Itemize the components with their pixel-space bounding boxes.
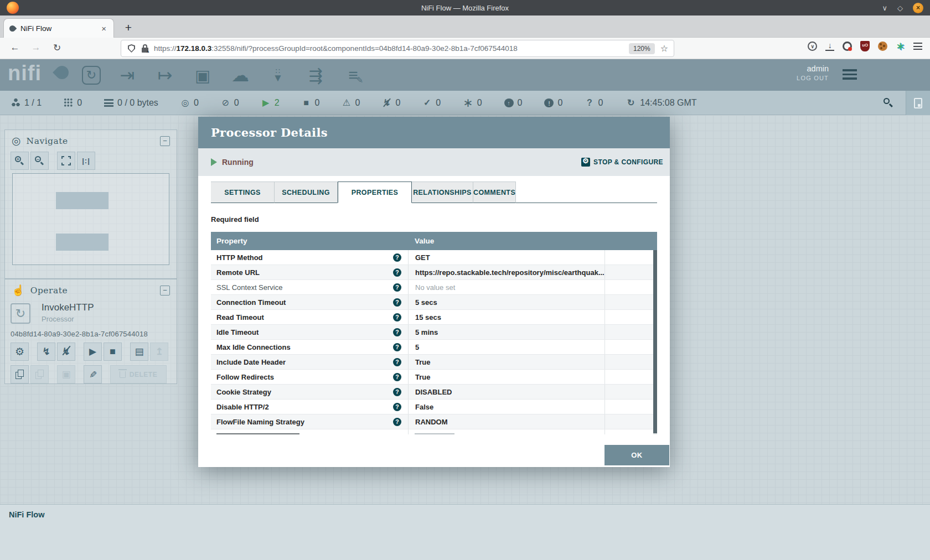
browser-menu-icon[interactable]: [913, 43, 922, 50]
permission-blocked-icon[interactable]: [843, 42, 852, 51]
dialog-title: Processor Details: [211, 126, 328, 139]
dialog-tab[interactable]: SCHEDULING: [275, 182, 338, 203]
input-port-icon[interactable]: [116, 64, 138, 86]
logout-link[interactable]: LOG OUT: [797, 75, 829, 81]
connection-lock-icon[interactable]: ▲: [142, 44, 148, 53]
component-toolbar: [82, 64, 364, 87]
forward-button[interactable]: →: [29, 42, 43, 53]
help-icon[interactable]: ?: [393, 373, 401, 381]
nifi-drop-icon: [53, 63, 71, 82]
start-button[interactable]: [84, 343, 102, 361]
window-minimize-button[interactable]: ∨: [882, 4, 887, 12]
property-value: 5: [408, 340, 604, 354]
status-item: 0: [64, 98, 82, 108]
save-template-icon: [135, 346, 143, 357]
group-button[interactable]: [57, 365, 75, 383]
collapse-navigate-button[interactable]: −: [160, 136, 170, 146]
property-row: Remote URL? https://repo.stackable.tech/…: [211, 265, 657, 280]
funnel-icon[interactable]: [267, 64, 289, 86]
property-value: False: [408, 400, 604, 414]
help-icon[interactable]: ?: [393, 328, 401, 336]
refresh-icon[interactable]: [626, 98, 636, 107]
back-button[interactable]: ←: [8, 42, 22, 53]
property-value: 5 secs: [408, 295, 604, 309]
properties-table-body: HTTP Method? GET Remote URL? https://rep…: [211, 250, 657, 434]
stop-and-configure-button[interactable]: STOP & CONFIGURE: [581, 158, 663, 167]
fill-color-button[interactable]: [84, 365, 102, 383]
firefox-logo-icon: [7, 2, 19, 14]
help-icon[interactable]: ?: [393, 343, 401, 351]
help-icon[interactable]: ?: [393, 253, 401, 262]
birdseye-map[interactable]: [12, 173, 169, 265]
collapse-operate-button[interactable]: −: [160, 286, 170, 295]
processor-icon[interactable]: [82, 66, 101, 85]
search-icon[interactable]: [884, 98, 893, 108]
sync-failure-icon: [585, 98, 594, 107]
url-bar[interactable]: ▲ https://172.18.0.3:32558/nifi/?process…: [121, 40, 674, 57]
status-item: 0: [302, 98, 320, 108]
help-icon[interactable]: ?: [393, 268, 401, 277]
delete-button[interactable]: DELETE: [110, 365, 167, 383]
enable-button[interactable]: [37, 343, 55, 361]
process-group-icon[interactable]: [192, 64, 214, 86]
status-item: 0: [180, 98, 199, 108]
help-icon[interactable]: ?: [393, 388, 401, 396]
browser-navbar: ← → ↻ ▲ https://172.18.0.3:32558/nifi/?p…: [0, 38, 930, 59]
extension-asterisk-icon[interactable]: ∗: [896, 42, 905, 51]
panel-toggle-button[interactable]: [906, 91, 930, 115]
create-template-button[interactable]: [130, 343, 148, 361]
configure-button[interactable]: [11, 343, 29, 361]
zoom-out-button[interactable]: −: [30, 152, 49, 170]
copy-button[interactable]: [11, 365, 29, 383]
help-icon[interactable]: ?: [393, 358, 401, 366]
window-maximize-button[interactable]: ◇: [897, 4, 903, 12]
output-port-icon[interactable]: [154, 64, 176, 86]
birdseye-component: [56, 234, 108, 251]
help-icon[interactable]: ?: [393, 298, 401, 307]
dialog-tab[interactable]: RELATIONSHIPS: [412, 182, 473, 203]
downloads-icon[interactable]: ↓: [825, 42, 834, 51]
property-name: Cookie Strategy: [216, 388, 271, 396]
table-scrollbar[interactable]: [653, 250, 657, 434]
status-item: 0: [585, 98, 603, 108]
reload-button[interactable]: ↻: [50, 42, 64, 54]
new-tab-button[interactable]: +: [121, 21, 136, 34]
cookie-extension-icon[interactable]: [878, 42, 887, 51]
zoom-fit-button[interactable]: [57, 152, 75, 170]
url-text[interactable]: https://172.18.0.3:32558/nifi/?processGr…: [154, 44, 629, 53]
actual-size-button[interactable]: |:|: [77, 152, 95, 170]
status-item: 0: [382, 98, 400, 108]
tab-close-icon[interactable]: ×: [100, 24, 108, 33]
help-icon[interactable]: ?: [393, 313, 401, 322]
browser-tab-nifi-flow[interactable]: NiFi Flow ×: [3, 18, 114, 38]
breadcrumb[interactable]: NiFi Flow: [9, 510, 44, 519]
remote-process-group-icon[interactable]: [229, 64, 251, 86]
scrollbar-thumb[interactable]: [653, 250, 657, 433]
zoom-in-button[interactable]: +: [11, 152, 29, 170]
disable-button[interactable]: [57, 343, 75, 361]
dialog-tab[interactable]: COMMENTS: [473, 182, 516, 203]
status-item: 2: [261, 98, 280, 108]
property-value: 15 secs: [408, 310, 604, 324]
help-icon[interactable]: ?: [393, 403, 401, 411]
upload-template-button[interactable]: [150, 343, 168, 361]
dialog-tab[interactable]: PROPERTIES: [338, 182, 412, 203]
pocket-icon[interactable]: ∨: [808, 42, 817, 51]
global-menu-icon[interactable]: [843, 69, 857, 80]
ublock-extension-icon[interactable]: uO: [860, 41, 870, 51]
paste-button[interactable]: [30, 365, 49, 383]
zoom-level-badge[interactable]: 120%: [629, 43, 655, 54]
help-icon[interactable]: ?: [393, 283, 401, 292]
dialog-tab[interactable]: SETTINGS: [211, 182, 275, 203]
fit-icon: [61, 156, 71, 165]
stop-button[interactable]: [104, 343, 122, 361]
label-icon[interactable]: [342, 64, 364, 86]
tracking-protection-shield-icon[interactable]: [128, 44, 135, 53]
window-close-button[interactable]: ×: [913, 3, 923, 13]
template-icon[interactable]: [304, 64, 327, 86]
ok-button[interactable]: OK: [604, 445, 669, 465]
status-item: 0: [463, 98, 482, 108]
brush-icon: [89, 369, 96, 380]
bookmark-star-icon[interactable]: ☆: [660, 43, 668, 54]
help-icon[interactable]: ?: [393, 418, 401, 426]
